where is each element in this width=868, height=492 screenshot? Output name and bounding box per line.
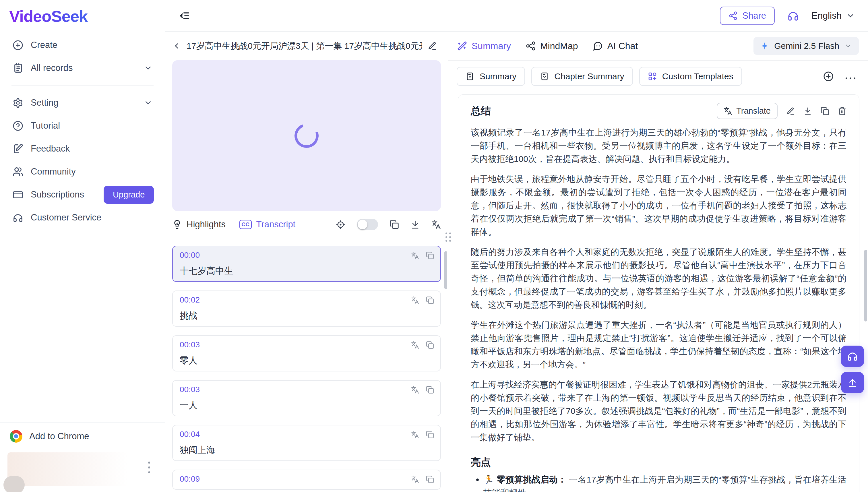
add-to-chrome-label: Add to Chrome	[29, 431, 89, 441]
panel-resize-handle[interactable]	[445, 232, 451, 242]
translate-icon[interactable]	[411, 386, 419, 394]
edit-title-button[interactable]	[428, 41, 437, 51]
tab-summary[interactable]: Summary	[457, 41, 511, 51]
download-icon[interactable]	[803, 107, 812, 115]
support-fab-button[interactable]	[841, 346, 864, 367]
tab-transcript[interactable]: CC Transcript	[240, 219, 295, 230]
summary-heading: 总结	[471, 104, 491, 118]
tab-mindmap[interactable]: MindMap	[526, 41, 578, 51]
topbar-right: Share English	[720, 7, 855, 25]
translate-icon[interactable]	[431, 220, 441, 229]
support-headset-button[interactable]	[787, 10, 799, 22]
timestamp[interactable]: 00:03	[180, 340, 433, 350]
copy-icon[interactable]	[390, 220, 399, 229]
sidebar-item-label: Setting	[31, 98, 58, 108]
summary-template-button[interactable]: Summary	[457, 67, 525, 86]
transcript-item-actions	[411, 430, 434, 439]
custom-templates-button[interactable]: Custom Templates	[639, 67, 742, 86]
locate-icon[interactable]	[336, 220, 345, 229]
video-player[interactable]	[172, 60, 441, 211]
autoscroll-toggle[interactable]	[357, 219, 378, 230]
summary-scrollbar[interactable]	[864, 250, 867, 321]
language-selector[interactable]: English	[812, 10, 855, 21]
back-to-top-button[interactable]	[841, 372, 864, 393]
upgrade-button[interactable]: Upgrade	[104, 186, 154, 204]
back-button[interactable]	[172, 42, 181, 50]
language-label: English	[812, 10, 842, 21]
summary-tabs: Summary MindMap AI Chat Gemini 2.5 Flash	[448, 31, 868, 60]
sidebar-item-subscriptions[interactable]: Subscriptions Upgrade	[7, 183, 157, 206]
plus-circle-icon	[13, 40, 23, 51]
copy-icon[interactable]	[426, 296, 434, 304]
download-icon[interactable]	[411, 220, 420, 229]
translate-icon[interactable]	[411, 251, 419, 260]
edit-icon[interactable]	[786, 107, 795, 115]
tab-highlights[interactable]: Highlights	[172, 219, 226, 230]
sidebar-item-label: Create	[31, 40, 57, 50]
trash-icon[interactable]	[838, 107, 846, 115]
lightbulb-icon	[172, 220, 182, 229]
chat-icon	[593, 41, 603, 51]
sidebar-item-community[interactable]: Community	[7, 160, 157, 183]
translate-icon[interactable]	[411, 475, 419, 484]
copy-icon[interactable]	[426, 386, 434, 394]
translate-icon[interactable]	[411, 430, 419, 439]
sidebar-item-label: Tutorial	[31, 121, 60, 131]
translate-icon[interactable]	[411, 296, 419, 304]
sidebar-item-label: Community	[31, 167, 76, 177]
model-selector[interactable]: Gemini 2.5 Flash	[753, 37, 859, 55]
summary-paragraph: 随后的努力涉及来自各种个人和家庭的无数次拒绝，突显了说服陌生人的难度。学生坚持不…	[471, 245, 846, 312]
sidebar-item-label: Feedback	[31, 144, 70, 154]
transcript-item[interactable]: 00:00 十七岁高中生	[172, 246, 441, 282]
transcript-item[interactable]: 00:02 挑战	[172, 291, 441, 327]
summary-paragraph: 该视频记录了一名17岁高中生在上海进行为期三天的雄心勃勃的“零预算”挑战，他身无…	[471, 126, 846, 166]
sidebar-item-tutorial[interactable]: Tutorial	[7, 114, 157, 137]
sidebar-item-create[interactable]: Create	[7, 33, 157, 56]
headset-icon	[13, 213, 23, 223]
transcript-item[interactable]: 00:09	[172, 470, 441, 490]
timestamp[interactable]: 00:03	[180, 385, 433, 394]
model-label: Gemini 2.5 Flash	[774, 41, 839, 51]
sidebar-bottom: Add to Chrome	[0, 422, 165, 492]
summary-paragraph: 在上海寻找经济实惠的午餐被证明很困难，学生表达了饥饿和对高物价的沮丧。一家提供2…	[471, 378, 846, 444]
transcript-item[interactable]: 00:03 零人	[172, 335, 441, 371]
summary-actions: Translate	[717, 103, 846, 119]
sidebar: VideoSeek Create All records Setting Tut…	[0, 0, 165, 492]
feedback-icon	[13, 144, 23, 154]
sidebar-item-feedback[interactable]: Feedback	[7, 137, 157, 160]
records-icon	[13, 63, 23, 73]
transcript-scrollbar[interactable]	[444, 251, 447, 289]
transcript-item[interactable]: 00:03 一人	[172, 380, 441, 416]
sidebar-item-setting[interactable]: Setting	[7, 91, 157, 114]
add-to-chrome-button[interactable]: Add to Chrome	[0, 422, 165, 448]
tab-ai-chat[interactable]: AI Chat	[593, 41, 638, 51]
transcript-item[interactable]: 00:04 独闯上海	[172, 425, 441, 461]
transcript-item-actions	[411, 251, 434, 260]
transcript-text: 独闯上海	[180, 445, 433, 455]
chevron-down-icon	[144, 98, 152, 107]
copy-icon[interactable]	[426, 475, 434, 484]
translate-icon	[724, 107, 732, 115]
chapter-summary-template-button[interactable]: Chapter Summary	[531, 67, 633, 86]
copy-icon[interactable]	[426, 430, 434, 439]
sidebar-item-all-records[interactable]: All records	[7, 56, 157, 79]
timestamp[interactable]: 00:02	[180, 295, 433, 305]
timestamp[interactable]: 00:00	[180, 250, 433, 260]
translate-icon[interactable]	[411, 341, 419, 349]
highlights-tab-label: Highlights	[187, 219, 226, 230]
copy-icon[interactable]	[821, 107, 829, 115]
sidebar-item-customer-service[interactable]: Customer Service	[7, 206, 157, 229]
timestamp[interactable]: 00:09	[180, 474, 433, 484]
translate-button[interactable]: Translate	[717, 103, 777, 119]
more-horizontal-icon[interactable]	[846, 73, 855, 79]
share-button[interactable]: Share	[720, 7, 775, 25]
copy-icon[interactable]	[426, 341, 434, 349]
promo-card[interactable]	[7, 452, 157, 486]
copy-icon[interactable]	[426, 251, 434, 260]
share-icon	[728, 11, 738, 20]
more-vertical-icon[interactable]	[148, 462, 150, 473]
timestamp[interactable]: 00:04	[180, 429, 433, 439]
collapse-sidebar-button[interactable]	[178, 10, 190, 22]
add-template-icon[interactable]	[823, 71, 834, 81]
chevron-left-icon	[172, 42, 181, 50]
